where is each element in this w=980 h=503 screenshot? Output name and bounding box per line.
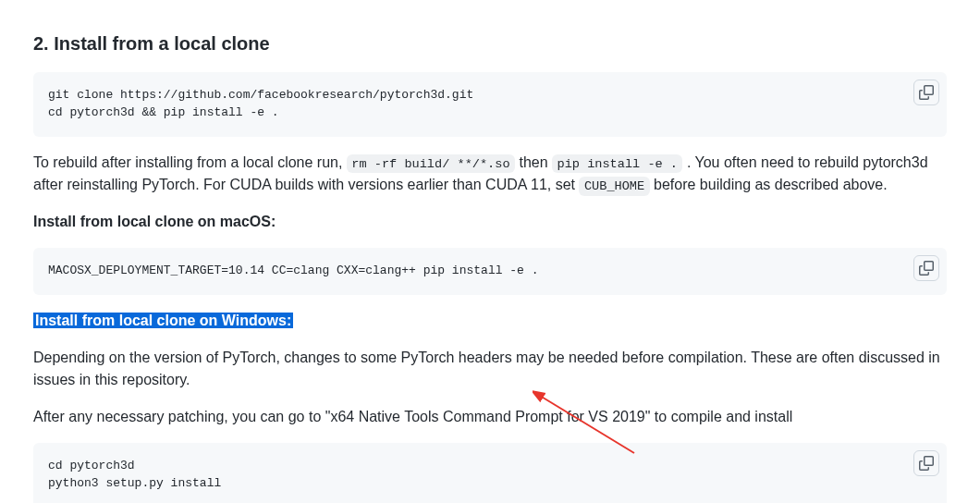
copy-icon	[919, 85, 934, 100]
rebuild-paragraph: To rebuild after installing from a local…	[33, 152, 947, 197]
inline-code: rm -rf build/ **/*.so	[347, 154, 515, 173]
copy-button[interactable]	[913, 255, 939, 281]
code-block-git: git clone https://github.com/facebookres…	[33, 72, 947, 137]
code-block-windows: cd pytorch3d python3 setup.py install	[33, 443, 947, 503]
code-content: git clone https://github.com/facebookres…	[48, 87, 932, 122]
macos-subtitle: Install from local clone on macOS:	[33, 211, 947, 233]
highlighted-text: Install from local clone on Windows:	[33, 313, 293, 328]
code-content: MACOSX_DEPLOYMENT_TARGET=10.14 CC=clang …	[48, 263, 932, 280]
copy-icon	[919, 456, 934, 471]
code-content: cd pytorch3d python3 setup.py install	[48, 458, 932, 493]
text-span: To rebuild after installing from a local…	[33, 154, 347, 170]
section-heading: 2. Install from a local clone	[33, 30, 947, 57]
windows-subtitle: Install from local clone on Windows:	[33, 310, 947, 332]
copy-icon	[919, 261, 934, 276]
copy-button[interactable]	[913, 450, 939, 476]
copy-button[interactable]	[913, 80, 939, 105]
code-block-macos: MACOSX_DEPLOYMENT_TARGET=10.14 CC=clang …	[33, 248, 947, 295]
text-span: before building as described above.	[650, 177, 888, 192]
inline-code: CUB_HOME	[579, 177, 649, 195]
windows-paragraph-2: After any necessary patching, you can go…	[33, 406, 947, 428]
text-span: then	[515, 154, 552, 170]
windows-paragraph-1: Depending on the version of PyTorch, cha…	[33, 347, 947, 391]
inline-code: pip install -e .	[552, 154, 682, 173]
